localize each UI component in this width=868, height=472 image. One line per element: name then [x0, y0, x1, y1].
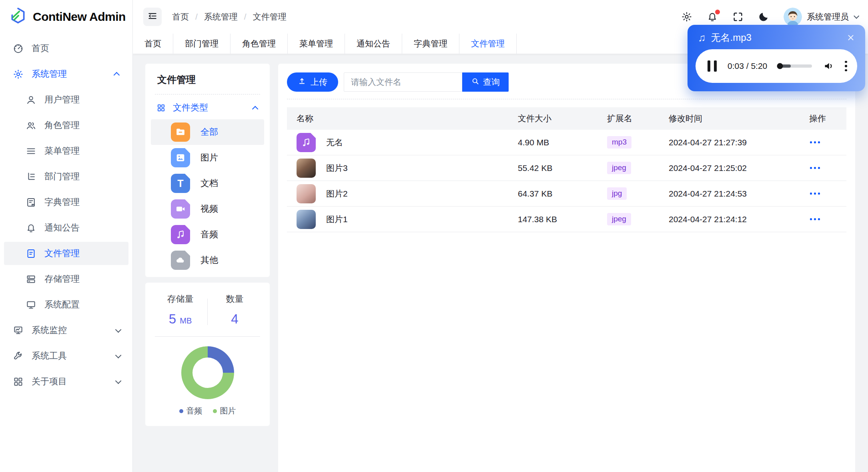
row-actions-button[interactable] [809, 139, 821, 146]
sidebar-collapse-button[interactable] [143, 8, 162, 26]
sidebar-item-user-management[interactable]: 用户管理 [4, 88, 128, 111]
extension-badge: mp3 [607, 136, 631, 149]
breadcrumb-item[interactable]: 系统管理 [204, 11, 238, 22]
sidebar-item-label: 系统管理 [32, 68, 67, 80]
file-list-panel: 上传 查询 名称文件大小扩展名修改时间操作 无名4.90 MBmp32024-0… [278, 64, 855, 472]
extension-badge: jpeg [607, 213, 631, 225]
tab-dept[interactable]: 部门管理 [173, 34, 231, 54]
dictionary-icon [26, 197, 36, 208]
sidebar-item-dict-management[interactable]: 字典管理 [4, 191, 128, 214]
sidebar-item-notice[interactable]: 通知公告 [4, 216, 128, 239]
stats-row: 存储量 5 MB 数量 4 [153, 293, 262, 327]
more-options-button[interactable] [845, 61, 847, 72]
monitor-icon [26, 299, 36, 310]
tab-dict[interactable]: 字典管理 [402, 34, 459, 54]
file-type-group-header[interactable]: 文件类型 [151, 96, 264, 119]
audio-file-thumbnail [297, 133, 316, 152]
tab-file[interactable]: 文件管理 [459, 34, 517, 54]
sidebar-item-system-tools[interactable]: 系统工具 [4, 344, 128, 368]
tab-menu[interactable]: 菜单管理 [288, 34, 345, 54]
chart-legend: 音频图片 [153, 406, 262, 416]
sidebar-item-dept-management[interactable]: 部门管理 [4, 165, 128, 188]
chevron-up-icon [252, 106, 259, 112]
breadcrumb-item[interactable]: 首页 [172, 11, 189, 22]
sidebar-item-system-monitor[interactable]: 系统监控 [4, 319, 128, 342]
settings-button[interactable] [681, 11, 692, 22]
column-header: 扩展名 [607, 113, 669, 124]
table-row[interactable]: 图片264.37 KBjpg2024-04-27 21:24:53 [287, 181, 846, 207]
brand-logo-icon [9, 7, 27, 27]
sidebar-item-role-management[interactable]: 角色管理 [4, 114, 128, 137]
legend-item: 图片 [213, 406, 236, 416]
upload-button[interactable]: 上传 [287, 72, 338, 92]
volume-icon[interactable] [823, 60, 835, 72]
sidebar-item-label: 系统配置 [44, 299, 80, 311]
tab-notice[interactable]: 通知公告 [345, 34, 402, 54]
grid-icon [13, 376, 24, 387]
sidebar-item-label: 用户管理 [44, 94, 80, 106]
theme-toggle-button[interactable] [758, 11, 769, 22]
brand[interactable]: ContiNew Admin [0, 0, 132, 34]
row-actions-button[interactable] [809, 165, 821, 171]
cell-time: 2024-04-27 21:24:12 [669, 215, 806, 224]
file-type-image[interactable]: 图片 [151, 145, 264, 171]
sidebar-item-about-project[interactable]: 关于项目 [4, 370, 128, 393]
tab-home[interactable]: 首页 [133, 34, 173, 54]
sidebar-item-file-management[interactable]: 文件管理 [4, 242, 128, 265]
file-type-document[interactable]: T文档 [151, 171, 264, 196]
user-menu[interactable]: 系统管理员 [784, 8, 858, 26]
brand-name: ContiNew Admin [33, 10, 126, 24]
file-type-label: 文档 [200, 177, 218, 189]
music-file-icon [171, 225, 190, 244]
cell-name: 无名 [287, 133, 518, 152]
chevron-down-icon [115, 378, 122, 384]
sidebar-item-system-management[interactable]: 系统管理 [4, 62, 128, 86]
file-table: 名称文件大小扩展名修改时间操作 无名4.90 MBmp32024-04-27 2… [287, 107, 846, 232]
cell-size: 55.42 KB [518, 163, 607, 173]
gear-icon [681, 11, 692, 22]
row-actions-button[interactable] [809, 216, 821, 223]
tab-role[interactable]: 角色管理 [231, 34, 288, 54]
row-actions-button[interactable] [809, 190, 821, 197]
search-input[interactable] [344, 72, 462, 92]
legend-label: 图片 [220, 406, 236, 416]
file-type-video[interactable]: 视频 [151, 196, 264, 222]
audio-player-header: ♫ 无名.mp3 [688, 25, 865, 44]
sidebar-item-home[interactable]: 首页 [4, 37, 128, 60]
bell-icon [26, 223, 36, 233]
file-type-audio[interactable]: 音频 [151, 222, 264, 247]
cell-name: 图片3 [287, 159, 518, 178]
progress-bar[interactable] [778, 64, 812, 68]
cell-actions [806, 216, 846, 223]
query-button[interactable]: 查询 [462, 72, 509, 92]
file-type-all[interactable]: 全部 [151, 119, 264, 145]
extension-badge: jpeg [607, 162, 631, 174]
table-row[interactable]: 无名4.90 MBmp32024-04-27 21:27:39 [287, 130, 846, 155]
sidebar-item-menu-management[interactable]: 菜单管理 [4, 139, 128, 163]
progress-thumb[interactable] [777, 63, 783, 69]
avatar [784, 8, 802, 26]
dashboard-icon [13, 43, 24, 54]
file-type-label: 图片 [200, 152, 218, 164]
table-row[interactable]: 图片1147.38 KBjpeg2024-04-27 21:24:12 [287, 207, 846, 232]
audio-title: 无名.mp3 [711, 31, 752, 44]
pause-button[interactable] [708, 60, 717, 72]
tree-list-icon [26, 171, 36, 182]
file-type-other[interactable]: 其他 [151, 247, 264, 273]
page-fold [185, 174, 190, 179]
count-stat: 数量 4 [208, 293, 262, 327]
sidebar-item-system-config[interactable]: 系统配置 [4, 293, 128, 316]
table-row[interactable]: 图片355.42 KBjpeg2024-04-27 21:25:02 [287, 155, 846, 181]
storage-value: 5 MB [153, 311, 207, 327]
cell-time: 2024-04-27 21:27:39 [669, 138, 806, 147]
close-icon[interactable] [846, 33, 856, 42]
page-fold [185, 199, 190, 205]
menu-fold-icon [147, 11, 158, 23]
sidebar-item-storage-management[interactable]: 存储管理 [4, 267, 128, 291]
notifications-button[interactable] [707, 11, 718, 22]
breadcrumb-item[interactable]: 文件管理 [253, 11, 287, 22]
fullscreen-button[interactable] [732, 11, 744, 22]
chevron-down-icon [115, 352, 122, 358]
breadcrumb-separator: / [244, 12, 247, 22]
left-column: 文件管理 文件类型 全部图片T文档视频音频其他 存储量 5 MB [145, 64, 270, 426]
